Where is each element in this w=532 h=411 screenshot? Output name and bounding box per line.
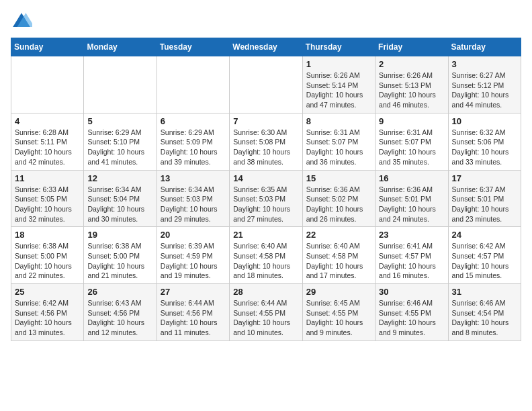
day-info: Sunrise: 6:31 AM Sunset: 5:07 PM Dayligh…: [379, 128, 444, 167]
calendar-cell: 26Sunrise: 6:43 AM Sunset: 4:56 PM Dayli…: [84, 284, 157, 341]
day-info: Sunrise: 6:37 AM Sunset: 5:01 PM Dayligh…: [452, 185, 517, 224]
day-number: 24: [452, 230, 517, 240]
day-number: 19: [87, 230, 152, 240]
day-number: 29: [306, 287, 371, 297]
day-number: 25: [15, 287, 80, 297]
calendar-cell: 24Sunrise: 6:42 AM Sunset: 4:57 PM Dayli…: [448, 227, 521, 284]
weekday-header-monday: Monday: [84, 38, 157, 56]
calendar-table: SundayMondayTuesdayWednesdayThursdayFrid…: [11, 38, 521, 341]
calendar-cell: 5Sunrise: 6:29 AM Sunset: 5:10 PM Daylig…: [84, 113, 157, 170]
day-info: Sunrise: 6:46 AM Sunset: 4:55 PM Dayligh…: [379, 298, 444, 338]
calendar-cell: 6Sunrise: 6:29 AM Sunset: 5:09 PM Daylig…: [157, 113, 229, 170]
day-number: 3: [452, 59, 517, 69]
logo-icon: [11, 11, 32, 32]
calendar-cell: [84, 56, 157, 113]
day-info: Sunrise: 6:27 AM Sunset: 5:12 PM Dayligh…: [452, 71, 517, 110]
calendar-cell: 20Sunrise: 6:39 AM Sunset: 4:59 PM Dayli…: [157, 227, 229, 284]
day-number: 2: [379, 59, 444, 69]
weekday-header-friday: Friday: [375, 38, 448, 56]
calendar-cell: 7Sunrise: 6:30 AM Sunset: 5:08 PM Daylig…: [230, 113, 302, 170]
calendar-cell: 25Sunrise: 6:42 AM Sunset: 4:56 PM Dayli…: [11, 284, 84, 341]
day-info: Sunrise: 6:38 AM Sunset: 5:00 PM Dayligh…: [87, 241, 152, 281]
weekday-header-saturday: Saturday: [448, 38, 521, 56]
day-info: Sunrise: 6:33 AM Sunset: 5:05 PM Dayligh…: [15, 185, 80, 224]
calendar-cell: 3Sunrise: 6:27 AM Sunset: 5:12 PM Daylig…: [448, 56, 521, 113]
day-info: Sunrise: 6:44 AM Sunset: 4:55 PM Dayligh…: [233, 298, 298, 338]
day-number: 10: [452, 116, 517, 126]
day-info: Sunrise: 6:42 AM Sunset: 4:56 PM Dayligh…: [15, 298, 80, 338]
day-info: Sunrise: 6:46 AM Sunset: 4:54 PM Dayligh…: [452, 298, 517, 338]
calendar-cell: 27Sunrise: 6:44 AM Sunset: 4:56 PM Dayli…: [157, 284, 229, 341]
calendar-cell: 10Sunrise: 6:32 AM Sunset: 5:06 PM Dayli…: [448, 113, 521, 170]
calendar-cell: 4Sunrise: 6:28 AM Sunset: 5:11 PM Daylig…: [11, 113, 84, 170]
day-number: 9: [379, 116, 444, 126]
day-number: 1: [306, 59, 371, 69]
calendar-cell: [157, 56, 229, 113]
calendar-cell: 18Sunrise: 6:38 AM Sunset: 5:00 PM Dayli…: [11, 227, 84, 284]
calendar-cell: 15Sunrise: 6:36 AM Sunset: 5:02 PM Dayli…: [302, 170, 375, 227]
day-info: Sunrise: 6:34 AM Sunset: 5:03 PM Dayligh…: [161, 185, 226, 224]
calendar-cell: 17Sunrise: 6:37 AM Sunset: 5:01 PM Dayli…: [448, 170, 521, 227]
day-number: 13: [161, 173, 226, 183]
day-number: 31: [452, 287, 517, 297]
day-number: 28: [233, 287, 298, 297]
calendar-cell: 28Sunrise: 6:44 AM Sunset: 4:55 PM Dayli…: [230, 284, 302, 341]
day-info: Sunrise: 6:36 AM Sunset: 5:02 PM Dayligh…: [306, 185, 371, 224]
day-number: 6: [161, 116, 226, 126]
calendar-cell: 2Sunrise: 6:26 AM Sunset: 5:13 PM Daylig…: [375, 56, 448, 113]
day-number: 15: [306, 173, 371, 183]
calendar-cell: 9Sunrise: 6:31 AM Sunset: 5:07 PM Daylig…: [375, 113, 448, 170]
weekday-header-sunday: Sunday: [11, 38, 84, 56]
calendar-cell: 16Sunrise: 6:36 AM Sunset: 5:01 PM Dayli…: [375, 170, 448, 227]
day-info: Sunrise: 6:41 AM Sunset: 4:57 PM Dayligh…: [379, 241, 444, 281]
day-info: Sunrise: 6:39 AM Sunset: 4:59 PM Dayligh…: [161, 241, 226, 281]
day-info: Sunrise: 6:43 AM Sunset: 4:56 PM Dayligh…: [87, 298, 152, 338]
calendar-cell: 31Sunrise: 6:46 AM Sunset: 4:54 PM Dayli…: [448, 284, 521, 341]
calendar-cell: [11, 56, 84, 113]
day-info: Sunrise: 6:42 AM Sunset: 4:57 PM Dayligh…: [452, 241, 517, 281]
day-info: Sunrise: 6:29 AM Sunset: 5:09 PM Dayligh…: [161, 128, 226, 167]
calendar-cell: 14Sunrise: 6:35 AM Sunset: 5:03 PM Dayli…: [230, 170, 302, 227]
day-number: 4: [15, 116, 80, 126]
day-info: Sunrise: 6:45 AM Sunset: 4:55 PM Dayligh…: [306, 298, 371, 338]
day-number: 8: [306, 116, 371, 126]
day-info: Sunrise: 6:40 AM Sunset: 4:58 PM Dayligh…: [306, 241, 371, 281]
calendar-cell: 13Sunrise: 6:34 AM Sunset: 5:03 PM Dayli…: [157, 170, 229, 227]
day-info: Sunrise: 6:34 AM Sunset: 5:04 PM Dayligh…: [87, 185, 152, 224]
day-info: Sunrise: 6:31 AM Sunset: 5:07 PM Dayligh…: [306, 128, 371, 167]
day-number: 26: [87, 287, 152, 297]
day-number: 12: [87, 173, 152, 183]
day-info: Sunrise: 6:28 AM Sunset: 5:11 PM Dayligh…: [15, 128, 80, 167]
day-number: 7: [233, 116, 298, 126]
day-info: Sunrise: 6:38 AM Sunset: 5:00 PM Dayligh…: [15, 241, 80, 281]
day-number: 14: [233, 173, 298, 183]
calendar-cell: 11Sunrise: 6:33 AM Sunset: 5:05 PM Dayli…: [11, 170, 84, 227]
day-info: Sunrise: 6:40 AM Sunset: 4:58 PM Dayligh…: [233, 241, 298, 281]
day-info: Sunrise: 6:26 AM Sunset: 5:13 PM Dayligh…: [379, 71, 444, 110]
day-number: 30: [379, 287, 444, 297]
calendar-cell: 12Sunrise: 6:34 AM Sunset: 5:04 PM Dayli…: [84, 170, 157, 227]
day-number: 27: [161, 287, 226, 297]
calendar-cell: 29Sunrise: 6:45 AM Sunset: 4:55 PM Dayli…: [302, 284, 375, 341]
calendar-cell: [230, 56, 302, 113]
day-number: 18: [15, 230, 80, 240]
day-number: 17: [452, 173, 517, 183]
day-info: Sunrise: 6:29 AM Sunset: 5:10 PM Dayligh…: [87, 128, 152, 167]
day-number: 16: [379, 173, 444, 183]
calendar-cell: 21Sunrise: 6:40 AM Sunset: 4:58 PM Dayli…: [230, 227, 302, 284]
page-header: [11, 11, 521, 32]
calendar-cell: 1Sunrise: 6:26 AM Sunset: 5:14 PM Daylig…: [302, 56, 375, 113]
day-info: Sunrise: 6:30 AM Sunset: 5:08 PM Dayligh…: [233, 128, 298, 167]
day-number: 23: [379, 230, 444, 240]
calendar-cell: 8Sunrise: 6:31 AM Sunset: 5:07 PM Daylig…: [302, 113, 375, 170]
day-info: Sunrise: 6:35 AM Sunset: 5:03 PM Dayligh…: [233, 185, 298, 224]
calendar-cell: 23Sunrise: 6:41 AM Sunset: 4:57 PM Dayli…: [375, 227, 448, 284]
day-number: 22: [306, 230, 371, 240]
day-number: 21: [233, 230, 298, 240]
day-info: Sunrise: 6:36 AM Sunset: 5:01 PM Dayligh…: [379, 185, 444, 224]
day-info: Sunrise: 6:32 AM Sunset: 5:06 PM Dayligh…: [452, 128, 517, 167]
day-number: 5: [87, 116, 152, 126]
calendar-cell: 30Sunrise: 6:46 AM Sunset: 4:55 PM Dayli…: [375, 284, 448, 341]
day-info: Sunrise: 6:44 AM Sunset: 4:56 PM Dayligh…: [161, 298, 226, 338]
calendar-cell: 22Sunrise: 6:40 AM Sunset: 4:58 PM Dayli…: [302, 227, 375, 284]
